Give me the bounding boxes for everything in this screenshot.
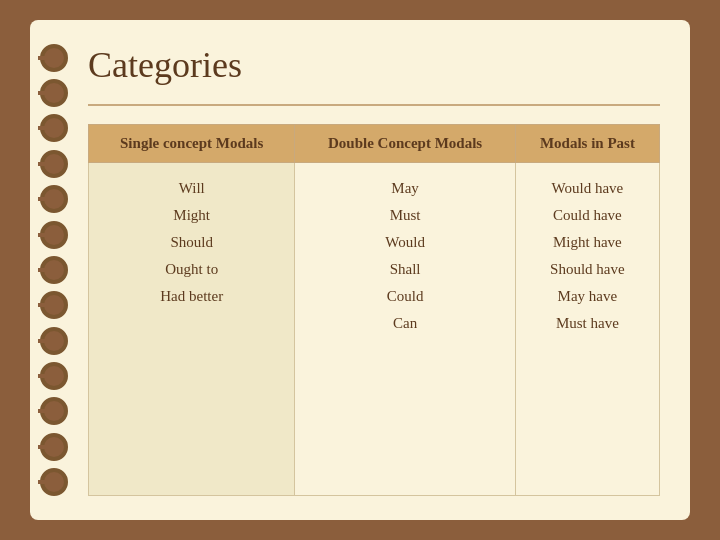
page-title: Categories — [88, 44, 660, 86]
single-had-better: Had better — [160, 288, 223, 304]
past-might-have: Might have — [553, 234, 622, 250]
past-must-have: Must have — [556, 315, 619, 331]
spiral-ring — [40, 150, 68, 178]
spiral-ring — [40, 221, 68, 249]
spiral-ring — [40, 327, 68, 355]
double-could: Could — [387, 288, 424, 304]
table-header-row: Single concept Modals Double Concept Mod… — [89, 125, 660, 163]
double-may: May — [391, 180, 419, 196]
spiral-ring — [40, 362, 68, 390]
spiral-ring — [40, 397, 68, 425]
double-shall: Shall — [390, 261, 421, 277]
header-past: Modals in Past — [515, 125, 659, 163]
double-concept-cell: May Must Would Shall Could Can — [295, 163, 515, 496]
spiral-ring — [40, 256, 68, 284]
content-area: Categories Single concept Modals Double … — [78, 20, 690, 520]
spiral-ring — [40, 185, 68, 213]
double-can: Can — [393, 315, 417, 331]
past-may-have: May have — [558, 288, 618, 304]
single-ought-to: Ought to — [165, 261, 218, 277]
header-double: Double Concept Modals — [295, 125, 515, 163]
spiral-ring — [40, 468, 68, 496]
single-should: Should — [170, 234, 213, 250]
notebook-container: Categories Single concept Modals Double … — [30, 20, 690, 520]
past-would-have: Would have — [552, 180, 624, 196]
header-single: Single concept Modals — [89, 125, 295, 163]
modals-past-cell: Would have Could have Might have Should … — [515, 163, 659, 496]
double-would: Would — [385, 234, 425, 250]
spiral-ring — [40, 433, 68, 461]
spiral-ring — [40, 291, 68, 319]
single-concept-cell: Will Might Should Ought to Had better — [89, 163, 295, 496]
double-must: Must — [390, 207, 421, 223]
categories-table: Single concept Modals Double Concept Mod… — [88, 124, 660, 496]
spiral-ring — [40, 44, 68, 72]
single-might: Might — [173, 207, 210, 223]
past-could-have: Could have — [553, 207, 622, 223]
spiral-ring — [40, 79, 68, 107]
past-should-have: Should have — [550, 261, 625, 277]
single-will: Will — [179, 180, 205, 196]
title-divider — [88, 104, 660, 106]
spiral-binding — [30, 20, 78, 520]
spiral-ring — [40, 114, 68, 142]
table-row: Will Might Should Ought to Had better Ma… — [89, 163, 660, 496]
